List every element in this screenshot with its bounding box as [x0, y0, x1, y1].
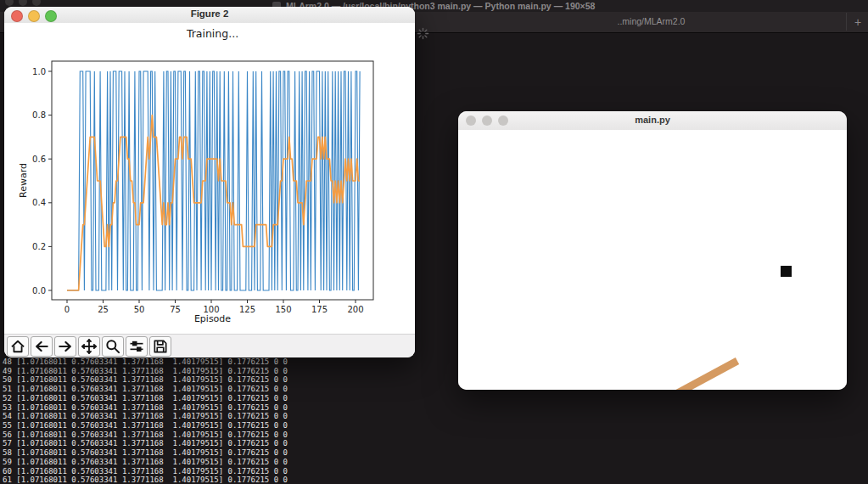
zoom-rect-button[interactable] — [102, 336, 124, 357]
chart-xlabel: Episode — [52, 313, 373, 324]
svg-text:0.2: 0.2 — [32, 242, 46, 251]
chart-title: Training... — [52, 27, 373, 40]
terminal-line: 56 [1.07168011 0.57603341 1.3771168 1.40… — [3, 431, 308, 440]
robot-arm-segment — [458, 130, 847, 390]
terminal-line: 49 [1.07168011 0.57603341 1.3771168 1.40… — [3, 367, 308, 376]
sliders-icon — [128, 338, 145, 355]
main-py-titlebar[interactable]: main.py — [458, 111, 847, 131]
terminal-zoom-icon[interactable] — [32, 0, 41, 6]
magnifier-icon — [104, 338, 121, 355]
home-button[interactable] — [7, 336, 29, 357]
simulation-canvas[interactable] — [458, 130, 847, 390]
figure-window-title: Figure 2 — [4, 8, 415, 19]
figure-toolbar — [4, 334, 415, 357]
svg-text:0.0: 0.0 — [32, 286, 46, 295]
tab-separator — [846, 13, 847, 31]
save-button[interactable] — [149, 336, 171, 357]
figure-titlebar[interactable]: Figure 2 — [4, 7, 415, 24]
terminal-minimize-icon[interactable] — [19, 0, 27, 6]
terminal-line: 50 [1.07168011 0.57603341 1.3771168 1.40… — [3, 375, 308, 385]
svg-text:0.8: 0.8 — [32, 110, 46, 120]
terminal-line: 57 [1.07168011 0.57603341 1.3771168 1.40… — [3, 439, 308, 448]
save-floppy-icon — [152, 338, 169, 355]
pan-move-icon — [81, 338, 98, 355]
chart-svg[interactable]: 02550751001251501752000.00.20.40.60.81.0 — [4, 23, 415, 334]
terminal-output: 48 [1.07168011 0.57603341 1.3771168 1.40… — [3, 357, 308, 484]
busy-spinner-icon — [417, 27, 429, 40]
pan-button[interactable] — [78, 336, 100, 357]
terminal-line: 51 [1.07168011 0.57603341 1.3771168 1.40… — [3, 385, 308, 394]
forward-button[interactable] — [54, 336, 76, 357]
terminal-line: 55 [1.07168011 0.57603341 1.3771168 1.40… — [3, 421, 308, 431]
terminal-line: 58 [1.07168011 0.57603341 1.3771168 1.40… — [3, 448, 308, 458]
terminal-line: 48 [1.07168011 0.57603341 1.3771168 1.40… — [3, 357, 308, 367]
new-tab-button[interactable]: + — [848, 13, 867, 31]
svg-text:0.4: 0.4 — [32, 198, 46, 207]
terminal-line: 61 [1.07168011 0.57603341 1.3771168 1.40… — [3, 476, 308, 484]
terminal-line: 54 [1.07168011 0.57603341 1.3771168 1.40… — [3, 412, 308, 421]
back-arrow-icon — [33, 338, 50, 355]
terminal-line: 60 [1.07168011 0.57603341 1.3771168 1.40… — [3, 467, 308, 476]
back-button[interactable] — [31, 336, 53, 357]
subplot-config-button[interactable] — [126, 336, 148, 357]
svg-text:1.0: 1.0 — [32, 67, 46, 76]
terminal-line: 53 [1.07168011 0.57603341 1.3771168 1.40… — [3, 403, 308, 413]
terminal-line: 59 [1.07168011 0.57603341 1.3771168 1.40… — [3, 458, 308, 467]
svg-text:0.6: 0.6 — [32, 155, 46, 164]
forward-arrow-icon — [57, 338, 74, 355]
figure-window: Figure 2 02550751001251501752000.00.20.4… — [4, 7, 415, 357]
chart-ylabel: Reward — [18, 147, 29, 215]
desktop-background: MLArm2.0 — /usr/local/bin/python3 main.p… — [0, 0, 868, 484]
terminal-line: 52 [1.07168011 0.57603341 1.3771168 1.40… — [3, 394, 308, 403]
main-py-window-title: main.py — [458, 115, 847, 125]
home-icon — [9, 338, 26, 355]
terminal-tab-title[interactable]: ..ming/MLArm2.0 — [437, 16, 865, 26]
terminal-close-icon[interactable] — [5, 0, 14, 6]
main-py-window: main.py — [458, 111, 847, 390]
